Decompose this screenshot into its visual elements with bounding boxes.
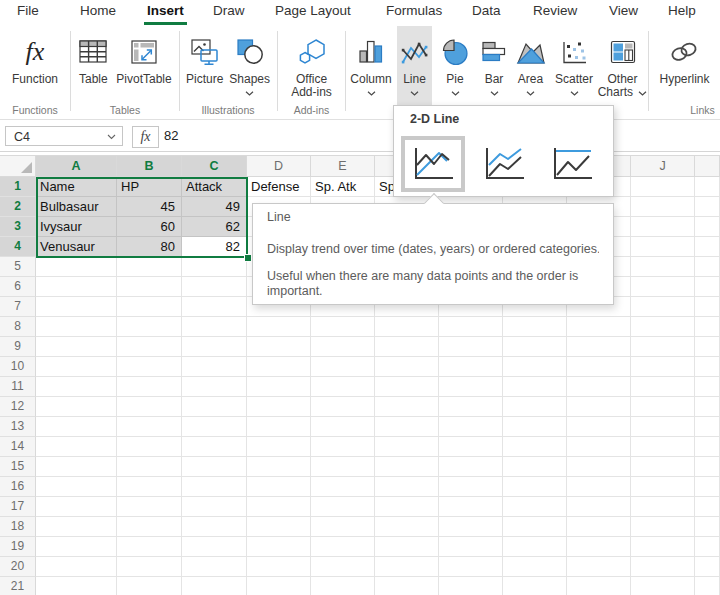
cell-B12[interactable] xyxy=(117,397,182,417)
row-header-14[interactable]: 14 xyxy=(0,437,36,457)
cell-E18[interactable] xyxy=(311,517,375,537)
row-header-21[interactable]: 21 xyxy=(0,577,36,595)
cell-partial[interactable] xyxy=(695,277,720,297)
column-header-E[interactable]: E xyxy=(311,155,375,177)
cell-E15[interactable] xyxy=(311,457,375,477)
cell-partial[interactable] xyxy=(695,477,720,497)
tab-insert[interactable]: Insert xyxy=(147,0,184,24)
cell-I16[interactable] xyxy=(567,477,631,497)
cell-partial[interactable] xyxy=(695,557,720,577)
row-header-12[interactable]: 12 xyxy=(0,397,36,417)
row-header-20[interactable]: 20 xyxy=(0,557,36,577)
cell-C5[interactable] xyxy=(182,257,247,277)
cell-B7[interactable] xyxy=(117,297,182,317)
cell-F14[interactable] xyxy=(375,437,439,457)
cell-I14[interactable] xyxy=(567,437,631,457)
cell-J14[interactable] xyxy=(631,437,695,457)
cell-partial[interactable] xyxy=(695,577,720,595)
cell-I20[interactable] xyxy=(567,557,631,577)
tab-help[interactable]: Help xyxy=(668,0,696,24)
cell-J21[interactable] xyxy=(631,577,695,595)
cell-D13[interactable] xyxy=(247,417,311,437)
cell-B3[interactable]: 60 xyxy=(117,217,182,237)
cell-E9[interactable] xyxy=(311,337,375,357)
cell-G16[interactable] xyxy=(439,477,503,497)
option-100-stacked-line-chart[interactable] xyxy=(543,140,601,188)
cell-J20[interactable] xyxy=(631,557,695,577)
tab-formulas[interactable]: Formulas xyxy=(386,0,442,24)
row-header-6[interactable]: 6 xyxy=(0,277,36,297)
tab-page-layout[interactable]: Page Layout xyxy=(275,0,351,24)
cell-J2[interactable] xyxy=(631,197,695,217)
cell-H21[interactable] xyxy=(503,577,567,595)
cell-D9[interactable] xyxy=(247,337,311,357)
cell-F17[interactable] xyxy=(375,497,439,517)
cell-J16[interactable] xyxy=(631,477,695,497)
formula-input[interactable]: 82 xyxy=(164,126,178,146)
option-line-chart[interactable] xyxy=(401,136,465,192)
cell-partial[interactable] xyxy=(695,437,720,457)
cell-A13[interactable] xyxy=(36,417,117,437)
tab-file[interactable]: File xyxy=(17,0,39,24)
cell-E20[interactable] xyxy=(311,557,375,577)
cell-H20[interactable] xyxy=(503,557,567,577)
row-header-16[interactable]: 16 xyxy=(0,477,36,497)
cell-C7[interactable] xyxy=(182,297,247,317)
tab-home[interactable]: Home xyxy=(80,0,116,24)
cell-B17[interactable] xyxy=(117,497,182,517)
cell-partial[interactable] xyxy=(695,497,720,517)
cell-F19[interactable] xyxy=(375,537,439,557)
cell-E21[interactable] xyxy=(311,577,375,595)
cell-B20[interactable] xyxy=(117,557,182,577)
cell-F8[interactable] xyxy=(375,317,439,337)
cell-J12[interactable] xyxy=(631,397,695,417)
cell-J6[interactable] xyxy=(631,277,695,297)
cell-I18[interactable] xyxy=(567,517,631,537)
cell-partial[interactable] xyxy=(695,537,720,557)
cell-A6[interactable] xyxy=(36,277,117,297)
cell-D19[interactable] xyxy=(247,537,311,557)
cell-F20[interactable] xyxy=(375,557,439,577)
row-header-3[interactable]: 3 xyxy=(0,217,36,237)
tab-view[interactable]: View xyxy=(609,0,638,24)
cell-F13[interactable] xyxy=(375,417,439,437)
cell-G12[interactable] xyxy=(439,397,503,417)
cell-I21[interactable] xyxy=(567,577,631,595)
row-header-2[interactable]: 2 xyxy=(0,197,36,217)
cell-H19[interactable] xyxy=(503,537,567,557)
cell-G21[interactable] xyxy=(439,577,503,595)
cell-partial[interactable] xyxy=(695,237,720,257)
cell-D11[interactable] xyxy=(247,377,311,397)
cell-partial[interactable] xyxy=(695,397,720,417)
row-header-18[interactable]: 18 xyxy=(0,517,36,537)
cell-partial[interactable] xyxy=(695,417,720,437)
row-header-11[interactable]: 11 xyxy=(0,377,36,397)
tab-data[interactable]: Data xyxy=(472,0,501,24)
cell-B14[interactable] xyxy=(117,437,182,457)
row-header-4[interactable]: 4 xyxy=(0,237,36,257)
cell-I10[interactable] xyxy=(567,357,631,377)
cell-A5[interactable] xyxy=(36,257,117,277)
cell-E12[interactable] xyxy=(311,397,375,417)
cell-B8[interactable] xyxy=(117,317,182,337)
cell-F11[interactable] xyxy=(375,377,439,397)
cell-C10[interactable] xyxy=(182,357,247,377)
cell-A12[interactable] xyxy=(36,397,117,417)
cell-G13[interactable] xyxy=(439,417,503,437)
cell-partial[interactable] xyxy=(695,337,720,357)
cell-J18[interactable] xyxy=(631,517,695,537)
cell-H9[interactable] xyxy=(503,337,567,357)
tab-draw[interactable]: Draw xyxy=(213,0,245,24)
cell-E10[interactable] xyxy=(311,357,375,377)
cell-partial[interactable] xyxy=(695,517,720,537)
cell-B6[interactable] xyxy=(117,277,182,297)
cell-D8[interactable] xyxy=(247,317,311,337)
cell-H18[interactable] xyxy=(503,517,567,537)
option-stacked-line-chart[interactable] xyxy=(475,140,533,188)
column-header-C[interactable]: C xyxy=(182,155,247,177)
cell-D16[interactable] xyxy=(247,477,311,497)
row-header-7[interactable]: 7 xyxy=(0,297,36,317)
cell-I9[interactable] xyxy=(567,337,631,357)
cell-B15[interactable] xyxy=(117,457,182,477)
fill-handle[interactable] xyxy=(244,254,252,262)
